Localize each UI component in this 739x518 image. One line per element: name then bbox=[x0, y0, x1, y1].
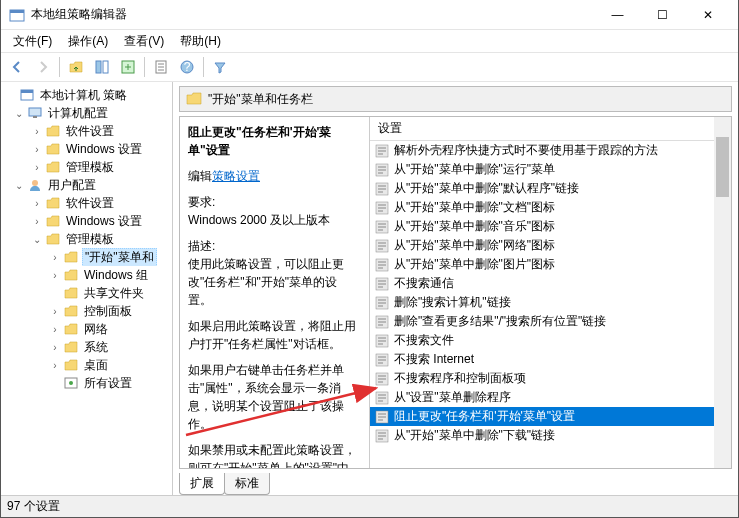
tree-item[interactable]: ›Windows 组 bbox=[1, 266, 172, 284]
help-button[interactable]: ? bbox=[175, 55, 199, 79]
expand-icon[interactable]: › bbox=[29, 126, 45, 137]
list-item-label: 阻止更改"任务栏和'开始'菜单"设置 bbox=[394, 408, 575, 425]
settings-list[interactable]: 设置 解析外壳程序快捷方式时不要使用基于跟踪的方法从"开始"菜单中删除"运行"菜… bbox=[370, 117, 731, 468]
computer-icon bbox=[27, 105, 43, 121]
menu-bar: 文件(F) 操作(A) 查看(V) 帮助(H) bbox=[1, 30, 738, 52]
expand-icon[interactable]: › bbox=[47, 270, 63, 281]
list-row[interactable]: 不搜索 Internet bbox=[370, 350, 731, 369]
tree-start-menu[interactable]: ›"开始"菜单和 bbox=[1, 248, 172, 266]
collapse-icon[interactable]: ⌄ bbox=[11, 108, 27, 119]
tree-item[interactable]: ›桌面 bbox=[1, 356, 172, 374]
edit-policy-link[interactable]: 策略设置 bbox=[212, 169, 260, 183]
expand-icon[interactable]: › bbox=[29, 198, 45, 209]
back-button[interactable] bbox=[5, 55, 29, 79]
maximize-button[interactable]: ☐ bbox=[640, 0, 685, 29]
list-item-label: 不搜索程序和控制面板项 bbox=[394, 370, 526, 387]
setting-icon bbox=[374, 181, 390, 197]
expand-icon[interactable]: › bbox=[47, 324, 63, 335]
collapse-icon[interactable]: ⌄ bbox=[11, 180, 27, 191]
minimize-button[interactable]: — bbox=[595, 0, 640, 29]
export-button[interactable] bbox=[116, 55, 140, 79]
expand-icon[interactable]: › bbox=[29, 162, 45, 173]
collapse-icon[interactable]: ⌄ bbox=[29, 234, 45, 245]
list-row[interactable]: 从"开始"菜单中删除"下载"链接 bbox=[370, 426, 731, 445]
toolbar-separator bbox=[59, 57, 60, 77]
tree-root[interactable]: 本地计算机 策略 bbox=[1, 86, 172, 104]
tab-standard[interactable]: 标准 bbox=[224, 473, 270, 495]
list-item-label: 从"开始"菜单中删除"音乐"图标 bbox=[394, 218, 555, 235]
forward-button[interactable] bbox=[31, 55, 55, 79]
tree-all-settings[interactable]: 所有设置 bbox=[1, 374, 172, 392]
list-item-label: 不搜索文件 bbox=[394, 332, 454, 349]
vertical-scrollbar[interactable] bbox=[714, 117, 731, 468]
up-button[interactable] bbox=[64, 55, 88, 79]
policy-icon bbox=[19, 87, 35, 103]
list-row[interactable]: 从"开始"菜单中删除"音乐"图标 bbox=[370, 217, 731, 236]
tree-item[interactable]: ›管理模板 bbox=[1, 158, 172, 176]
menu-view[interactable]: 查看(V) bbox=[116, 31, 172, 52]
list-row[interactable]: 从"开始"菜单中删除"图片"图标 bbox=[370, 255, 731, 274]
expand-icon[interactable]: › bbox=[47, 252, 63, 263]
tree-item[interactable]: ›Windows 设置 bbox=[1, 212, 172, 230]
list-row[interactable]: 删除"查看更多结果"/"搜索所有位置"链接 bbox=[370, 312, 731, 331]
expand-icon[interactable]: › bbox=[29, 144, 45, 155]
list-row[interactable]: 从"开始"菜单中删除"文档"图标 bbox=[370, 198, 731, 217]
list-item-label: 不搜索通信 bbox=[394, 275, 454, 292]
tree-item[interactable]: ›系统 bbox=[1, 338, 172, 356]
list-row[interactable]: 不搜索通信 bbox=[370, 274, 731, 293]
all-settings-icon bbox=[63, 375, 79, 391]
setting-icon bbox=[374, 428, 390, 444]
list-row[interactable]: 从"开始"菜单中删除"运行"菜单 bbox=[370, 160, 731, 179]
svg-point-12 bbox=[32, 180, 38, 186]
tree-item[interactable]: ›控制面板 bbox=[1, 302, 172, 320]
setting-icon bbox=[374, 314, 390, 330]
setting-icon bbox=[374, 276, 390, 292]
list-row[interactable]: 从"开始"菜单中删除"默认程序"链接 bbox=[370, 179, 731, 198]
scrollbar-thumb[interactable] bbox=[716, 137, 729, 197]
list-header[interactable]: 设置 bbox=[370, 117, 731, 141]
list-row[interactable]: 阻止更改"任务栏和'开始'菜单"设置 bbox=[370, 407, 731, 426]
status-text: 97 个设置 bbox=[7, 498, 60, 515]
folder-icon bbox=[45, 195, 61, 211]
user-icon bbox=[27, 177, 43, 193]
tree-item[interactable]: ›网络 bbox=[1, 320, 172, 338]
toolbar-separator bbox=[144, 57, 145, 77]
list-row[interactable]: 不搜索文件 bbox=[370, 331, 731, 350]
show-hide-tree-button[interactable] bbox=[90, 55, 114, 79]
expand-icon[interactable]: › bbox=[29, 216, 45, 227]
tree-item[interactable]: ›软件设置 bbox=[1, 194, 172, 212]
setting-icon bbox=[374, 352, 390, 368]
path-bar: "开始"菜单和任务栏 bbox=[179, 86, 732, 112]
expand-icon[interactable]: › bbox=[47, 342, 63, 353]
setting-icon bbox=[374, 333, 390, 349]
menu-help[interactable]: 帮助(H) bbox=[172, 31, 229, 52]
toolbar: ? bbox=[1, 52, 738, 82]
refresh-button[interactable] bbox=[149, 55, 173, 79]
list-item-label: 不搜索 Internet bbox=[394, 351, 474, 368]
folder-icon bbox=[45, 159, 61, 175]
tree-item[interactable]: ›Windows 设置 bbox=[1, 140, 172, 158]
expand-icon[interactable]: › bbox=[47, 360, 63, 371]
menu-action[interactable]: 操作(A) bbox=[60, 31, 116, 52]
list-row[interactable]: 解析外壳程序快捷方式时不要使用基于跟踪的方法 bbox=[370, 141, 731, 160]
list-row[interactable]: 不搜索程序和控制面板项 bbox=[370, 369, 731, 388]
setting-icon bbox=[374, 409, 390, 425]
tree-panel[interactable]: 本地计算机 策略 ⌄ 计算机配置 ›软件设置 ›Windows 设置 ›管理模板… bbox=[1, 82, 173, 495]
tab-extended[interactable]: 扩展 bbox=[179, 473, 225, 495]
list-row[interactable]: 从"开始"菜单中删除"网络"图标 bbox=[370, 236, 731, 255]
folder-icon bbox=[63, 321, 79, 337]
expand-icon[interactable]: › bbox=[47, 306, 63, 317]
menu-file[interactable]: 文件(F) bbox=[5, 31, 60, 52]
list-row[interactable]: 从"设置"菜单删除程序 bbox=[370, 388, 731, 407]
close-button[interactable]: ✕ bbox=[685, 0, 730, 29]
list-item-label: 删除"查看更多结果"/"搜索所有位置"链接 bbox=[394, 313, 606, 330]
tree-computer-config[interactable]: ⌄ 计算机配置 bbox=[1, 104, 172, 122]
tree-item[interactable]: ›软件设置 bbox=[1, 122, 172, 140]
list-row[interactable]: 删除"搜索计算机"链接 bbox=[370, 293, 731, 312]
tree-item[interactable]: 共享文件夹 bbox=[1, 284, 172, 302]
tree-item[interactable]: ⌄管理模板 bbox=[1, 230, 172, 248]
tree-user-config[interactable]: ⌄ 用户配置 bbox=[1, 176, 172, 194]
setting-icon bbox=[374, 390, 390, 406]
filter-button[interactable] bbox=[208, 55, 232, 79]
list-item-label: 解析外壳程序快捷方式时不要使用基于跟踪的方法 bbox=[394, 142, 658, 159]
